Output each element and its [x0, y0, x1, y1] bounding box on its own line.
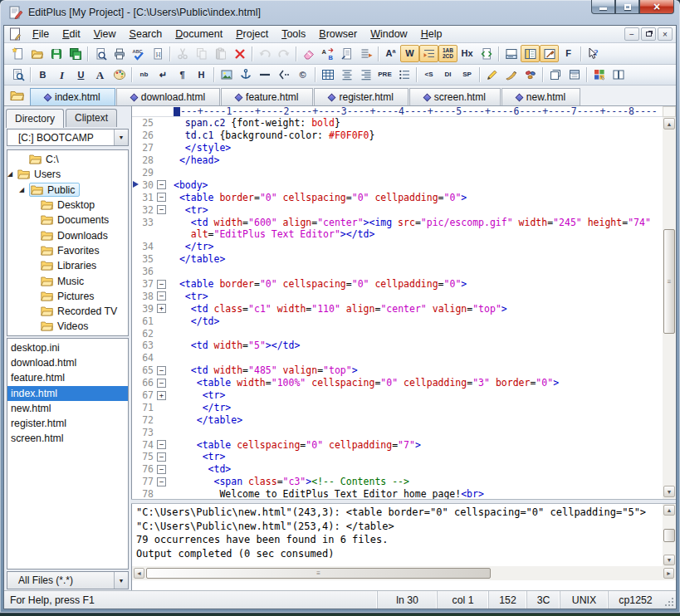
tree-item-videos[interactable]: Videos: [7, 319, 128, 334]
italic-button[interactable]: I: [52, 66, 71, 84]
span-button[interactable]: SP: [457, 66, 477, 84]
sidebar-tab-cliptext[interactable]: Cliptext: [66, 109, 117, 127]
div-button[interactable]: DI: [438, 66, 457, 84]
file-item-screen.html[interactable]: screen.html: [7, 431, 128, 446]
tree-item-documents[interactable]: Documents: [7, 213, 128, 227]
code-line[interactable]: 38− <tr>: [132, 290, 663, 302]
tab-index.html[interactable]: index.html: [30, 88, 115, 105]
nbsp-button[interactable]: nb: [135, 66, 154, 84]
output-line[interactable]: "C:\Users\Public\new.html"(243,3): <tabl…: [136, 506, 663, 520]
tab-download.html[interactable]: download.html: [116, 88, 220, 105]
align-right-button[interactable]: [356, 66, 375, 84]
align-center-button[interactable]: [337, 66, 356, 84]
window-list-button[interactable]: [565, 66, 584, 84]
heading-button[interactable]: H: [192, 66, 211, 84]
fold-collapse-icon[interactable]: −: [157, 366, 166, 375]
tree-item-pictures[interactable]: Pictures: [7, 289, 128, 304]
tab-screen.html[interactable]: screen.html: [409, 88, 501, 105]
output-line[interactable]: 79 occurrences have been found in 6 file…: [136, 533, 663, 547]
tree-item-music[interactable]: Music: [7, 273, 128, 288]
maximize-button[interactable]: [615, 0, 639, 14]
underline-button[interactable]: U: [71, 66, 91, 84]
menu-file[interactable]: File: [26, 27, 56, 42]
tab-feature.html[interactable]: feature.html: [221, 88, 313, 105]
cliptext-window-button[interactable]: [540, 45, 559, 62]
resize-grip[interactable]: [663, 591, 676, 609]
horizontal-scroll-thumb[interactable]: ≡: [146, 568, 491, 579]
code-line[interactable]: 73: [132, 426, 663, 438]
menu-view[interactable]: View: [87, 27, 123, 42]
fold-collapse-icon[interactable]: −: [157, 379, 166, 388]
horizontal-rule-button[interactable]: [255, 66, 274, 84]
redo-button[interactable]: [274, 45, 293, 62]
vertical-scroll-thumb[interactable]: ≡: [663, 229, 675, 334]
output-window-button[interactable]: [501, 45, 521, 62]
code-line[interactable]: 74− <table cellspacing="0" cellpadding="…: [132, 438, 663, 451]
tree-item-desktop[interactable]: Desktop: [7, 198, 128, 213]
file-item-index.html[interactable]: index.html: [7, 386, 128, 401]
list-button[interactable]: [394, 66, 413, 84]
scroll-down-arrow[interactable]: ▼: [663, 486, 675, 497]
new-window-button[interactable]: [545, 66, 565, 84]
fold-expand-icon[interactable]: +: [157, 304, 166, 313]
code-line[interactable]: 30−<body>: [132, 178, 663, 191]
tree-item-favorites[interactable]: Favorites: [7, 243, 128, 258]
auto-indent-button[interactable]: [419, 45, 438, 62]
functions-button[interactable]: F: [559, 45, 578, 62]
fold-collapse-icon[interactable]: −: [157, 193, 166, 202]
fold-collapse-icon[interactable]: −: [157, 440, 166, 449]
browser-preview-button[interactable]: [8, 66, 27, 84]
mdi-close-button[interactable]: ×: [658, 27, 673, 41]
output-vertical-scrollbar[interactable]: ▲ ▼: [663, 504, 676, 566]
menu-document[interactable]: Document: [169, 27, 229, 42]
text-color-button[interactable]: [110, 66, 129, 84]
context-help-button[interactable]: ?: [584, 45, 603, 62]
code-line[interactable]: 61 </td>: [132, 315, 663, 327]
strikethrough-button[interactable]: <S: [419, 66, 438, 84]
drive-select[interactable]: [C:] BOOTCAMP ▼: [7, 129, 129, 146]
code-line[interactable]: 28 </head>: [132, 154, 663, 167]
fold-collapse-icon[interactable]: −: [157, 477, 166, 486]
tab-new.html[interactable]: new.html: [501, 88, 580, 105]
fold-expand-icon[interactable]: +: [157, 391, 166, 400]
menu-project[interactable]: Project: [229, 27, 275, 42]
split-window-button[interactable]: [609, 66, 628, 84]
expander-icon[interactable]: ◢: [19, 186, 24, 193]
sidebar-tab-directory[interactable]: Directory: [6, 109, 64, 128]
tab-register.html[interactable]: register.html: [314, 88, 408, 105]
code-line[interactable]: 32− <tr>: [132, 203, 663, 216]
code-line[interactable]: 62: [132, 327, 663, 340]
output-text[interactable]: "C:\Users\Public\new.html"(243,3): <tabl…: [132, 504, 663, 566]
mdi-restore-button[interactable]: [641, 27, 656, 41]
code-line[interactable]: 29: [132, 167, 663, 179]
code-line[interactable]: 31− <table border="0" cellspacing="0" ce…: [132, 191, 663, 203]
line-break-button[interactable]: ↵: [154, 66, 173, 84]
tree-item-public[interactable]: ◢Public: [7, 183, 128, 198]
special-character-button[interactable]: ©: [293, 66, 312, 84]
new-html-document-button[interactable]: H: [148, 45, 167, 62]
code-line[interactable]: 75− <tr>: [132, 451, 663, 463]
paragraph-button[interactable]: ¶: [173, 66, 192, 84]
code-line[interactable]: alt="EditPlus Text Editor"></td>: [132, 228, 663, 241]
scroll-up-arrow[interactable]: ▲: [663, 118, 675, 130]
cliptext-edit-button[interactable]: [482, 66, 501, 84]
output-line[interactable]: Output completed (0 sec consumed): [136, 547, 663, 561]
anchor-button[interactable]: [236, 66, 255, 84]
cut-button[interactable]: [173, 45, 192, 62]
file-filter-select[interactable]: All Files (*.*) ▼: [7, 571, 129, 589]
code-line[interactable]: 26 td.c1 {background-color: #F0F0F0}: [132, 130, 663, 142]
code-line[interactable]: 33 <td width="600" align="center"><img s…: [132, 216, 663, 228]
fold-collapse-icon[interactable]: −: [157, 452, 166, 462]
drive-dropdown-button[interactable]: ▼: [114, 130, 128, 145]
find-button[interactable]: [299, 45, 318, 62]
editor-vertical-scrollbar[interactable]: ▲ ≡ ▼: [663, 106, 676, 499]
undo-button[interactable]: [255, 45, 274, 62]
word-wrap-button[interactable]: W: [400, 45, 419, 62]
title-bar[interactable]: EditPlus [My Project] - [C:\Users\Public…: [0, 0, 680, 25]
file-item-register.html[interactable]: register.html: [7, 416, 128, 431]
save-all-button[interactable]: [66, 45, 85, 62]
vertical-scroll-thumb[interactable]: [663, 529, 675, 542]
new-document-button[interactable]: [8, 45, 27, 62]
save-button[interactable]: [46, 45, 66, 62]
scroll-down-arrow[interactable]: ▼: [663, 555, 675, 565]
